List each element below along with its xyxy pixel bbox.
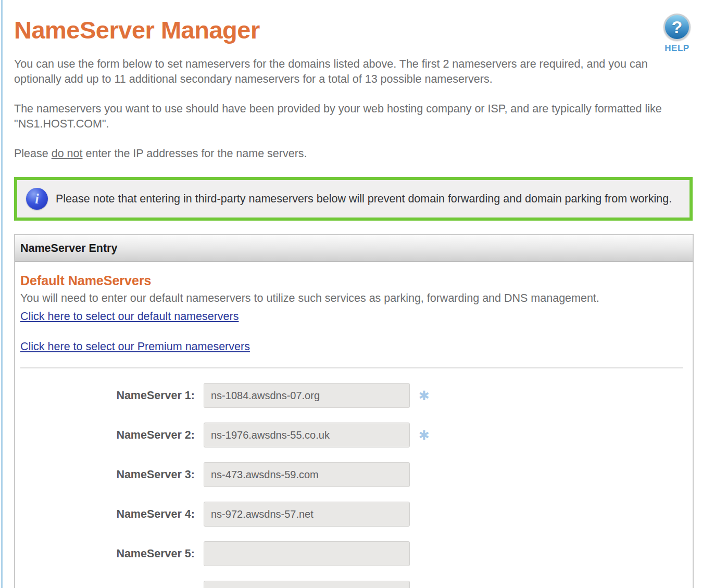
premium-nameservers-link[interactable]: Click here to select our Premium nameser… bbox=[20, 340, 250, 354]
help-block: ? HELP bbox=[660, 14, 694, 54]
nameserver-5-label: NameServer 5: bbox=[20, 547, 204, 560]
nameserver-row-5: NameServer 5: bbox=[20, 541, 687, 566]
nameserver-row-1: NameServer 1: ✱ bbox=[20, 383, 687, 408]
nameserver-form: NameServer 1: ✱ NameServer 2: ✱ NameServ… bbox=[20, 368, 687, 588]
spacer bbox=[20, 324, 687, 340]
info-note: i Please note that entering in third-par… bbox=[14, 177, 693, 221]
required-asterisk-icon: ✱ bbox=[419, 389, 430, 402]
default-nameservers-description: You will need to enter our default names… bbox=[20, 291, 687, 306]
question-mark-icon: ? bbox=[672, 18, 683, 36]
intro-section: You can use the form below to set namese… bbox=[14, 57, 694, 161]
nameserver-3-input[interactable] bbox=[204, 462, 410, 487]
help-icon[interactable]: ? bbox=[663, 14, 691, 41]
info-icon-glyph: i bbox=[35, 192, 39, 206]
intro-paragraph-1: You can use the form below to set namese… bbox=[14, 57, 691, 87]
panel-header: NameServer Entry bbox=[15, 235, 693, 262]
nameserver-row-3: NameServer 3: bbox=[20, 462, 687, 487]
nameserver-entry-panel: NameServer Entry Default NameServers You… bbox=[14, 234, 694, 588]
intro-paragraph-3: Please do not enter the IP addresses for… bbox=[14, 146, 691, 161]
nameserver-6-input[interactable] bbox=[204, 581, 410, 588]
intro-paragraph-3-prefix: Please bbox=[14, 147, 52, 160]
required-asterisk-icon: ✱ bbox=[419, 429, 430, 442]
intro-paragraph-3-donot: do not bbox=[52, 147, 83, 160]
nameserver-2-input[interactable] bbox=[204, 423, 410, 448]
nameserver-3-label: NameServer 3: bbox=[20, 468, 204, 481]
help-label[interactable]: HELP bbox=[660, 43, 694, 54]
nameserver-row-2: NameServer 2: ✱ bbox=[20, 423, 687, 448]
intro-paragraph-3-suffix: enter the IP addresses for the name serv… bbox=[83, 147, 307, 160]
nameserver-row-6 bbox=[20, 581, 687, 588]
nameserver-row-4: NameServer 4: bbox=[20, 502, 687, 527]
nameserver-2-label: NameServer 2: bbox=[20, 429, 204, 442]
nameserver-4-input[interactable] bbox=[204, 502, 410, 527]
default-nameservers-link[interactable]: Click here to select our default nameser… bbox=[20, 310, 239, 324]
nameserver-manager-page: ? HELP NameServer Manager You can use th… bbox=[0, 0, 702, 588]
panel-body: Default NameServers You will need to ent… bbox=[15, 262, 693, 588]
intro-paragraph-2: The nameservers you want to use should h… bbox=[14, 101, 691, 132]
nameserver-4-label: NameServer 4: bbox=[20, 508, 204, 521]
nameserver-1-input[interactable] bbox=[204, 383, 410, 408]
info-note-text: Please note that entering in third-party… bbox=[56, 191, 672, 207]
nameserver-1-label: NameServer 1: bbox=[20, 389, 204, 402]
nameserver-5-input[interactable] bbox=[204, 541, 410, 566]
info-icon: i bbox=[26, 188, 48, 210]
default-nameservers-heading: Default NameServers bbox=[20, 273, 687, 288]
page-title: NameServer Manager bbox=[14, 0, 694, 44]
